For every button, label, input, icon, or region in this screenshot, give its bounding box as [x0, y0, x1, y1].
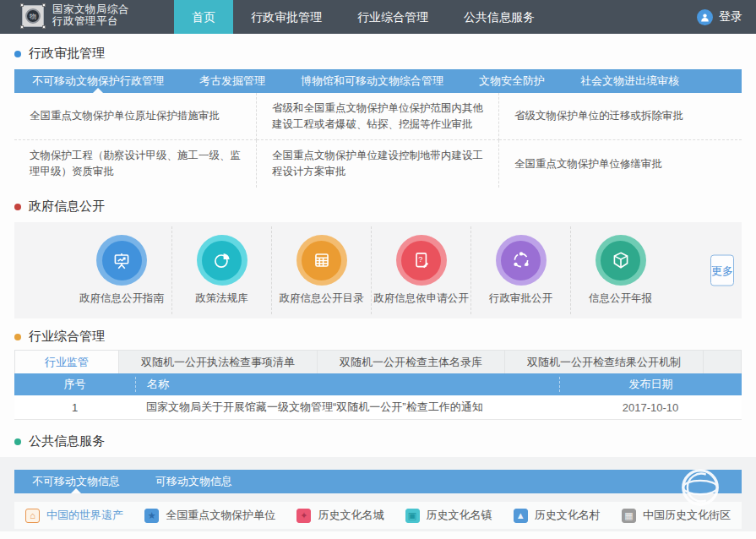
- icon-label: 信息公开年报: [589, 291, 652, 306]
- logo-emblem: 物: [22, 5, 44, 27]
- gov-info-request-link[interactable]: ? 政府信息依申请公开: [371, 226, 470, 314]
- approval-tabbar: 不可移动文物保护行政管理 考古发掘管理 博物馆和可移动文物综合管理 文物安全防护…: [14, 69, 742, 93]
- legend-label: 历史文化名村: [535, 508, 601, 523]
- annual-report-link[interactable]: 信息公开年报: [570, 226, 670, 314]
- section-title-text: 政府信息公开: [29, 199, 105, 215]
- public-info-panel: 不可移动文物信息 可移动文物信息 ⌂ 中国的世界遗产 ★ 全国重点文物保护单位 …: [0, 457, 756, 531]
- legend-label: 中国历史文化街区: [643, 508, 731, 523]
- tab-import-export[interactable]: 社会文物进出境审核: [563, 69, 697, 93]
- section-title-text: 公共信息服务: [29, 433, 105, 449]
- approval-section-title: 行政审批管理: [14, 34, 742, 69]
- legend-world-heritage[interactable]: ⌂ 中国的世界遗产: [25, 508, 123, 523]
- legend-historic-town[interactable]: ▣ 历史文化名镇: [405, 508, 492, 523]
- legend-label: 历史文化名城: [318, 508, 383, 523]
- icon-label: 政策法规库: [195, 291, 248, 306]
- approval-item[interactable]: 省级文物保护单位的迁移或拆除审批: [499, 93, 742, 140]
- seal-icon: 物: [25, 8, 41, 24]
- tab-inspection-result-mechanism[interactable]: 双随机一公开检查结果公开机制: [505, 351, 704, 373]
- circle-ring: [596, 235, 646, 286]
- industry-section-title: 行业综合管理: [14, 318, 742, 350]
- table-row[interactable]: 1 国家文物局关于开展馆藏一级文物管理“双随机一公开”检查工作的通知 2017-…: [14, 395, 742, 420]
- nav-item-public-info[interactable]: 公共信息服务: [446, 0, 552, 34]
- green-bullet-icon: [14, 438, 21, 445]
- key-unit-star-icon: ★: [144, 509, 159, 523]
- tab-archaeology[interactable]: 考古发掘管理: [182, 69, 283, 93]
- orange-bullet-icon: [14, 334, 21, 340]
- user-avatar-icon: [697, 9, 713, 25]
- tab-inspection-item-list[interactable]: 双随机一公开执法检查事项清单: [119, 351, 318, 373]
- map-legend: ⌂ 中国的世界遗产 ★ 全国重点文物保护单位 ✦ 历史文化名城 ▣ 历史文化名镇…: [14, 502, 742, 529]
- blue-bullet-icon: [14, 51, 21, 57]
- legend-national-key-units[interactable]: ★ 全国重点文物保护单位: [144, 508, 275, 523]
- login-label: 登录: [719, 9, 742, 24]
- login-button[interactable]: 登录: [697, 0, 742, 34]
- gov-info-section-title: 政府信息公开: [14, 188, 742, 222]
- policy-law-library-link[interactable]: 政策法规库: [171, 226, 271, 314]
- cell-name[interactable]: 国家文物局关于开展馆藏一级文物管理“双随机一公开”检查工作的通知: [135, 400, 559, 415]
- red-bullet-icon: [14, 204, 21, 210]
- historic-town-icon: ▣: [405, 509, 420, 523]
- gov-info-panel: 政府信息公开指南 政策法规库 政府信息公开目录: [14, 222, 742, 318]
- tab-industry-supervision[interactable]: 行业监管: [15, 351, 119, 373]
- legend-label: 历史文化名镇: [427, 508, 492, 523]
- nav-item-home[interactable]: 首页: [174, 0, 233, 34]
- historic-village-icon: ▲: [514, 509, 528, 523]
- approval-item[interactable]: 全国重点文物保护单位修缮审批: [499, 140, 742, 188]
- tab-inspection-subject-registry[interactable]: 双随机一公开检查主体名录库: [318, 351, 505, 373]
- legend-historic-city[interactable]: ✦ 历史文化名城: [296, 508, 383, 523]
- main-nav: 首页 行政审批管理 行业综合管理 公共信息服务: [174, 0, 552, 34]
- world-heritage-house-icon: ⌂: [25, 509, 40, 523]
- approval-item[interactable]: 全国重点文物保护单位建设控制地带内建设工程设计方案审批: [257, 140, 499, 188]
- gov-info-guide-link[interactable]: 政府信息公开指南: [72, 226, 171, 314]
- icon-label: 政府信息公开目录: [280, 291, 364, 306]
- pie-chart-icon: [202, 241, 242, 280]
- cube-report-icon: [601, 241, 640, 280]
- section-title-text: 行政审批管理: [29, 46, 105, 62]
- svg-text:?: ?: [418, 255, 422, 264]
- request-doc-icon: ?: [401, 241, 441, 280]
- tab-immovable-relics-info[interactable]: 不可移动文物信息: [14, 470, 138, 493]
- historic-district-icon: ▦: [622, 509, 636, 523]
- circle-ring: [96, 235, 147, 286]
- public-info-section-title: 公共信息服务: [14, 420, 742, 457]
- top-header: 物 国家文物局综合行政管理平台 首页 行政审批管理 行业综合管理 公共信息服务 …: [0, 0, 756, 34]
- table-header-row: 序号 名称 发布日期: [14, 373, 742, 395]
- tab-relic-safety[interactable]: 文物安全防护: [461, 69, 563, 93]
- approval-items-grid: 全国重点文物保护单位原址保护措施审批 省级和全国重点文物保护单位保护范围内其他建…: [14, 93, 742, 188]
- notice-table: 序号 名称 发布日期 1 国家文物局关于开展馆藏一级文物管理“双随机一公开”检查…: [14, 373, 742, 420]
- gov-info-catalog-link[interactable]: 政府信息公开目录: [271, 226, 371, 314]
- icon-label: 政府信息公开指南: [79, 291, 164, 306]
- approval-item[interactable]: 文物保护工程（勘察设计甲级、施工一级、监理甲级）资质审批: [14, 140, 257, 188]
- circle-ring: [197, 235, 247, 286]
- legend-historic-village[interactable]: ▲ 历史文化名村: [514, 508, 601, 523]
- more-button[interactable]: 更多: [710, 255, 734, 286]
- legend-historic-district[interactable]: ▦ 中国历史文化街区: [622, 508, 731, 523]
- circle-ring: [296, 235, 347, 286]
- tab-immovable-relics-admin[interactable]: 不可移动文物保护行政管理: [14, 69, 182, 93]
- historic-city-icon: ✦: [296, 509, 311, 523]
- approval-item[interactable]: 省级和全国重点文物保护单位保护范围内其他建设工程或者爆破、钻探、挖掘等作业审批: [257, 93, 499, 140]
- tab-movable-relics-info[interactable]: 可移动文物信息: [138, 470, 250, 493]
- nav-item-industry[interactable]: 行业综合管理: [340, 0, 446, 34]
- col-header-name: 名称: [135, 377, 559, 392]
- legend-label: 中国的世界遗产: [46, 508, 123, 523]
- share-network-icon: [501, 241, 541, 280]
- public-info-tabbar: 不可移动文物信息 可移动文物信息: [14, 470, 742, 493]
- approval-item[interactable]: 全国重点文物保护单位原址保护措施审批: [14, 93, 257, 140]
- tab-museum-movable[interactable]: 博物馆和可移动文物综合管理: [283, 69, 461, 93]
- icon-label: 行政审批公开: [489, 291, 552, 306]
- easel-chart-icon: [102, 241, 142, 280]
- admin-approval-open-link[interactable]: 行政审批公开: [470, 226, 570, 314]
- site-title: 国家文物局综合行政管理平台: [52, 4, 130, 27]
- logo-block: 物 国家文物局综合行政管理平台: [0, 0, 130, 34]
- cell-no: 1: [14, 401, 135, 414]
- icon-label: 政府信息依申请公开: [373, 291, 469, 306]
- cell-date: 2017-10-10: [559, 401, 742, 414]
- nav-item-approval[interactable]: 行政审批管理: [233, 0, 340, 34]
- col-header-no: 序号: [14, 377, 135, 392]
- page: 物 国家文物局综合行政管理平台 首页 行政审批管理 行业综合管理 公共信息服务 …: [0, 0, 756, 539]
- legend-label: 全国重点文物保护单位: [166, 508, 275, 523]
- grid-catalog-icon: [302, 241, 341, 280]
- circle-ring: [496, 235, 547, 286]
- section-title-text: 行业综合管理: [29, 329, 105, 345]
